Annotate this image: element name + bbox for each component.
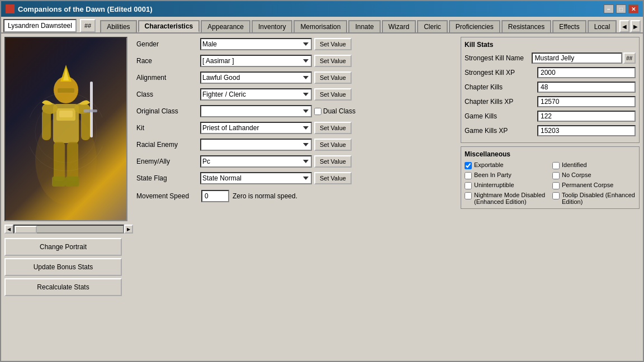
tab-proficiencies[interactable]: Proficiencies xyxy=(449,20,500,32)
window-controls: − □ ✕ xyxy=(604,4,638,13)
enemy-ally-row: Enemy/Ally Pc Set Value xyxy=(136,154,457,169)
strongest-kill-xp-input[interactable] xyxy=(537,67,636,78)
movement-speed-input[interactable] xyxy=(201,190,229,202)
tab-characteristics[interactable]: Characteristics xyxy=(138,20,200,32)
center-panel: Gender Male Set Value Race [ Aasimar ] S… xyxy=(136,37,457,358)
uninterruptible-checkbox-label[interactable]: Uninterruptible xyxy=(465,182,548,189)
alignment-set-value-button[interactable]: Set Value xyxy=(314,72,352,84)
close-button[interactable]: ✕ xyxy=(628,4,638,13)
svg-rect-12 xyxy=(54,142,65,181)
portrait-image xyxy=(6,38,126,220)
portrait-scroll-right[interactable]: ▶ xyxy=(124,225,133,234)
strongest-kill-name-hash-button[interactable]: ## xyxy=(623,53,636,64)
race-select[interactable]: [ Aasimar ] xyxy=(200,55,312,67)
nightmare-mode-checkbox-label[interactable]: Nightmare Mode Disabled (Enhanced Editio… xyxy=(465,192,548,205)
class-select[interactable]: Fighter / Cleric xyxy=(200,88,312,101)
permanent-corpse-checkbox-label[interactable]: Permanent Corpse xyxy=(552,182,636,189)
tab-scroll-right[interactable]: ▶ xyxy=(631,20,641,32)
racial-enemy-set-value-button[interactable]: Set Value xyxy=(314,139,352,151)
left-panel: ◀ ▶ Change Portrait Update Bonus Stats R… xyxy=(4,37,133,358)
tab-abilities[interactable]: Abilities xyxy=(100,20,136,32)
gender-label: Gender xyxy=(136,40,198,48)
race-set-value-button[interactable]: Set Value xyxy=(314,55,352,67)
movement-speed-hint: Zero is normal speed. xyxy=(233,192,297,200)
dual-class-checkbox[interactable] xyxy=(314,108,321,115)
svg-rect-9 xyxy=(81,109,90,140)
gender-select[interactable]: Male xyxy=(200,38,312,50)
main-window: Companions of the Dawn (Edited 0001) − □… xyxy=(0,0,644,362)
alignment-row: Alignment Lawful Good Set Value xyxy=(136,70,457,85)
uninterruptible-checkbox[interactable] xyxy=(465,182,472,189)
dual-class-checkbox-label[interactable]: Dual Class xyxy=(314,107,356,115)
miscellaneous-section: Miscellaneous Exportable Identified xyxy=(461,146,640,209)
miscellaneous-title: Miscellaneous xyxy=(465,150,636,158)
tab-wizard[interactable]: Wizard xyxy=(382,20,416,32)
original-class-label: Original Class xyxy=(136,107,198,115)
svg-rect-8 xyxy=(42,109,51,140)
strongest-kill-xp-row: Strongest Kill XP xyxy=(465,66,636,79)
portrait-scroll-thumb[interactable] xyxy=(15,226,37,234)
nightmare-mode-checkbox[interactable] xyxy=(465,192,472,199)
tab-effects[interactable]: Effects xyxy=(552,20,586,32)
alignment-select[interactable]: Lawful Good xyxy=(200,72,312,84)
game-kills-input[interactable] xyxy=(537,111,636,122)
class-label: Class xyxy=(136,90,198,98)
state-flag-set-value-button[interactable]: Set Value xyxy=(314,172,352,184)
tab-local[interactable]: Local xyxy=(588,20,617,32)
exportable-checkbox[interactable] xyxy=(465,162,472,169)
game-kills-xp-input[interactable] xyxy=(537,125,636,136)
no-corpse-checkbox[interactable] xyxy=(552,172,560,179)
char-hash-button[interactable]: ## xyxy=(80,19,96,32)
maximize-button[interactable]: □ xyxy=(616,4,626,13)
been-in-party-checkbox[interactable] xyxy=(465,172,472,179)
svg-rect-11 xyxy=(83,109,97,112)
enemy-ally-select[interactable]: Pc xyxy=(200,155,312,168)
enemy-ally-set-value-button[interactable]: Set Value xyxy=(314,155,352,168)
window-body: Lysandren Dawnsteel ## Abilities Charact… xyxy=(1,17,643,361)
character-name-display: Lysandren Dawnsteel xyxy=(3,19,77,32)
strongest-kill-name-label: Strongest Kill Name xyxy=(465,54,532,62)
class-row: Class Fighter / Cleric Set Value xyxy=(136,87,457,102)
update-bonus-stats-button[interactable]: Update Bonus Stats xyxy=(4,258,122,276)
state-flag-select[interactable]: State Normal xyxy=(200,172,312,184)
tab-resistances[interactable]: Resistances xyxy=(501,20,551,32)
app-icon xyxy=(6,4,15,13)
kill-stats-section: Kill Stats Strongest Kill Name ## Strong… xyxy=(461,37,640,143)
identified-checkbox[interactable] xyxy=(552,162,560,169)
no-corpse-checkbox-label[interactable]: No Corpse xyxy=(552,172,636,179)
recalculate-stats-button[interactable]: Recalculate Stats xyxy=(4,278,122,296)
chapter-kills-xp-input[interactable] xyxy=(537,96,636,107)
kit-row: Kit Priest of Lathander Set Value xyxy=(136,121,457,135)
tooltip-disabled-checkbox[interactable] xyxy=(552,192,560,199)
kit-select[interactable]: Priest of Lathander xyxy=(200,122,312,134)
chapter-kills-input[interactable] xyxy=(537,82,636,93)
tab-bar: Lysandren Dawnsteel ## Abilities Charact… xyxy=(1,17,643,34)
tooltip-disabled-checkbox-label[interactable]: Toolip Disabled (Enhanced Edition) xyxy=(552,192,636,205)
tab-appearance[interactable]: Appearance xyxy=(201,20,250,32)
original-class-select[interactable] xyxy=(200,105,312,117)
dual-class-container: Dual Class xyxy=(314,107,356,115)
kit-set-value-button[interactable]: Set Value xyxy=(314,122,352,134)
class-set-value-button[interactable]: Set Value xyxy=(314,88,352,101)
race-label: Race xyxy=(136,57,198,65)
racial-enemy-select[interactable] xyxy=(200,139,312,151)
gender-set-value-button[interactable]: Set Value xyxy=(314,38,352,50)
been-in-party-checkbox-label[interactable]: Been In Party xyxy=(465,172,548,179)
identified-checkbox-label[interactable]: Identified xyxy=(552,161,636,169)
strongest-kill-name-input[interactable] xyxy=(532,53,622,64)
exportable-checkbox-label[interactable]: Exportable xyxy=(465,161,548,169)
game-kills-row: Game Kills xyxy=(465,110,636,122)
minimize-button[interactable]: − xyxy=(604,4,614,13)
permanent-corpse-checkbox[interactable] xyxy=(552,182,560,189)
tab-inventory[interactable]: Inventory xyxy=(252,20,292,32)
svg-rect-5 xyxy=(58,88,74,93)
portrait-scroll-left[interactable]: ◀ xyxy=(4,225,13,234)
tab-cleric[interactable]: Cleric xyxy=(417,20,448,32)
portrait-scrollbar: ◀ ▶ xyxy=(4,225,133,234)
tab-innate[interactable]: Innate xyxy=(348,20,380,32)
chapter-kills-label: Chapter Kills xyxy=(465,83,537,91)
tab-memorisation[interactable]: Memorisation xyxy=(293,20,347,32)
tab-scroll-left[interactable]: ◀ xyxy=(619,20,629,32)
change-portrait-button[interactable]: Change Portrait xyxy=(4,238,122,256)
portrait-scroll-track[interactable] xyxy=(13,225,124,234)
